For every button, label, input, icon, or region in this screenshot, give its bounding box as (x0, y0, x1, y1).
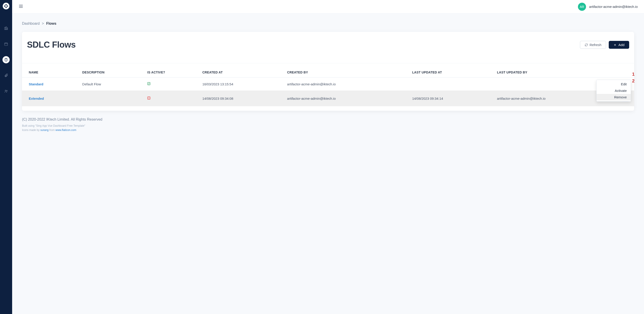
add-button[interactable]: Add (609, 41, 629, 49)
col-name: NAME (22, 67, 79, 77)
breadcrumb-current: Flows (46, 21, 56, 26)
col-description: DESCRIPTION (79, 67, 144, 77)
row-actions-menu: Edit Activate Remove (596, 80, 631, 101)
sidebar (0, 0, 12, 314)
users-icon (4, 89, 8, 93)
add-label: Add (618, 43, 624, 47)
svg-point-12 (6, 90, 8, 91)
flow-updated-at: 14/08/2023 09:34:14 (409, 90, 494, 106)
refresh-icon (585, 43, 588, 46)
sidebar-item-flows[interactable] (2, 56, 10, 63)
sidebar-item-users[interactable] (2, 88, 10, 95)
avatar: AR (578, 3, 586, 11)
svg-rect-0 (5, 4, 7, 5)
flows-card: SDLC Flows Refresh (22, 32, 634, 111)
svg-rect-6 (7, 28, 8, 30)
refresh-label: Refresh (590, 43, 602, 47)
user-email: artifactor-acme-admin@iktech.io (589, 5, 638, 8)
footer-icons-author-link[interactable]: surang (40, 128, 48, 132)
col-actions (619, 67, 634, 77)
check-square-icon (147, 82, 150, 85)
breadcrumb-root[interactable]: Dashboard (22, 21, 40, 26)
svg-point-11 (5, 90, 6, 91)
footer-icons-prefix: Icons made by (22, 128, 40, 132)
col-last-updated-at: LAST UPDATED AT (409, 67, 494, 77)
sidebar-item-buildings[interactable] (2, 25, 10, 32)
col-created-by: CREATED BY (284, 67, 409, 77)
cube-icon (4, 58, 8, 62)
flow-name-link[interactable]: Extended (29, 97, 44, 100)
menu-activate[interactable]: Activate (596, 87, 631, 94)
footer-flaticon-link[interactable]: www.flaticon.com (56, 128, 76, 132)
topbar: AR artifactor-acme-admin@iktech.io (12, 0, 644, 13)
svg-rect-5 (6, 27, 7, 30)
sidebar-item-calendar[interactable] (2, 40, 10, 48)
svg-rect-1 (4, 5, 6, 7)
table-row: Extended (22, 90, 634, 106)
inactive-status (147, 97, 150, 100)
hamburger-icon (18, 4, 23, 9)
col-is-active: IS ACTIVE? (144, 67, 199, 77)
col-created-at: CREATED AT (199, 67, 284, 77)
flow-created-by: artifactor-acme-admin@iktech.io (284, 90, 409, 106)
breadcrumb: Dashboard > Flows (22, 21, 634, 26)
flow-description (79, 90, 144, 106)
buildings-icon (4, 26, 8, 30)
col-last-updated-by: LAST UPDATED BY (494, 67, 619, 77)
footer-built-using: Built using "Sing App Vue Dashboard Free… (22, 124, 634, 128)
annotation-1: 1 (632, 72, 634, 77)
paperclip-icon (4, 73, 8, 77)
menu-remove[interactable]: Remove (596, 94, 631, 100)
hamburger-menu[interactable] (18, 4, 23, 10)
footer-copyright: (C) 2020-2022 IKtech Limited. All Rights… (22, 117, 634, 121)
flow-created-at: 14/08/2023 09:34:08 (199, 90, 284, 106)
active-status (147, 82, 150, 86)
svg-rect-2 (6, 5, 8, 7)
plus-icon (614, 43, 616, 46)
table-row: Standard Default Flow (22, 77, 634, 91)
calendar-icon (4, 42, 8, 46)
flow-created-at: 16/03/2023 13:15:54 (199, 77, 284, 91)
logo-icon (4, 4, 8, 8)
page-title: SDLC Flows (27, 40, 76, 50)
menu-edit[interactable]: Edit (596, 81, 631, 87)
breadcrumb-separator: > (42, 21, 44, 26)
flows-table: NAME DESCRIPTION IS ACTIVE? CREATED AT C… (22, 67, 634, 106)
flow-created-by: artifactor-acme-admin@iktech.io (284, 77, 409, 91)
svg-rect-4 (4, 27, 6, 30)
minus-square-icon (147, 96, 150, 100)
footer-icons-mid: from (48, 128, 56, 132)
flow-description: Default Flow (79, 77, 144, 91)
flow-name-link[interactable]: Standard (29, 82, 43, 86)
logo[interactable] (3, 3, 10, 9)
svg-rect-3 (5, 6, 7, 8)
refresh-button[interactable]: Refresh (580, 41, 606, 49)
annotation-2: 2 (632, 78, 634, 83)
svg-rect-7 (4, 43, 8, 46)
sidebar-item-attachments[interactable] (2, 72, 10, 79)
footer: (C) 2020-2022 IKtech Limited. All Rights… (22, 117, 634, 132)
user-area[interactable]: AR artifactor-acme-admin@iktech.io (578, 3, 638, 11)
flow-updated-at (409, 77, 494, 91)
